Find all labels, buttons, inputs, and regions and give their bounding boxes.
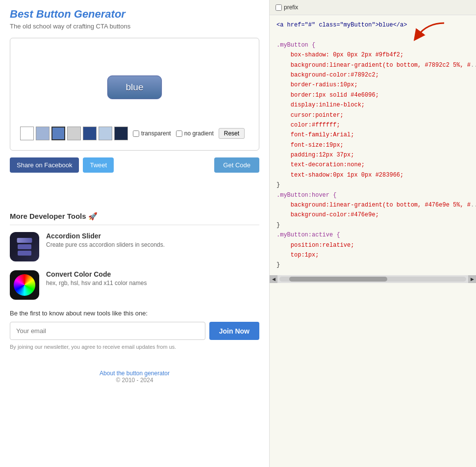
about-link[interactable]: About the button generator: [100, 370, 170, 377]
transparent-label: transparent: [141, 130, 171, 137]
code-line-prop-9: font-family:Arial;: [276, 131, 354, 138]
code-line-prop-10: font-size:19px;: [276, 142, 344, 149]
accordion-panel-2: [18, 244, 31, 249]
code-line-close-3: }: [276, 261, 280, 268]
horizontal-scrollbar: ◀ ▶: [270, 275, 476, 283]
accordion-panel-3: [18, 251, 31, 256]
join-now-button[interactable]: Join Now: [209, 322, 259, 340]
scroll-right-arrow[interactable]: ▶: [468, 275, 476, 283]
no-gradient-checkbox-label[interactable]: no gradient: [176, 130, 214, 137]
left-panel: Best Button Generator The old school way…: [0, 0, 270, 467]
footer: About the button generator © 2010 - 2024: [10, 369, 259, 384]
code-line-selector-1: .myButton {: [276, 42, 315, 49]
color-code-info: Convert Color Code hex, rgb, hsl, hsv an…: [46, 270, 147, 286]
swatch-vdarkblue[interactable]: [114, 127, 128, 140]
code-line-tag: <a href="#" class="myButton">blue</a>: [276, 22, 407, 28]
more-tools-title: More Developer Tools 🚀: [10, 212, 259, 225]
code-line-prop-6: display:inline-block;: [276, 102, 365, 108]
code-line-close-2: }: [276, 222, 280, 229]
tweet-button[interactable]: Tweet: [83, 157, 114, 173]
code-line-prop-4: border-radius:10px;: [276, 81, 358, 88]
prefix-checkbox-label[interactable]: prefix: [276, 4, 298, 11]
code-line-hover-1: background:linear-gradient(to bottom, #4…: [276, 202, 476, 208]
prefix-label: prefix: [284, 4, 298, 11]
action-row: Share on Facebook Tweet Get Code: [10, 157, 259, 173]
color-code-name: Convert Color Code: [46, 270, 147, 278]
tool-item-color: Convert Color Code hex, rgb, hsl, hsv an…: [10, 270, 259, 300]
right-panel: prefix <a href="#" class="myButton">blue…: [270, 0, 476, 467]
site-subtitle: The old school way of crafting CTA butto…: [10, 23, 259, 30]
swatch-lightgray[interactable]: [67, 127, 81, 140]
prefix-checkbox[interactable]: [276, 4, 282, 11]
scrollbar-track: [279, 277, 466, 282]
code-line-active-1: position:relative;: [276, 242, 354, 249]
preview-inner: blue: [20, 48, 249, 127]
newsletter-form: Join Now: [10, 322, 259, 340]
code-line-prop-7: cursor:pointer;: [276, 112, 344, 119]
swatch-lightblue[interactable]: [36, 127, 50, 140]
newsletter-section: Be the first to know about new tools lik…: [10, 310, 259, 350]
footer-copyright: © 2010 - 2024: [10, 377, 259, 384]
code-line-hover-2: background-color:#476e9e;: [276, 211, 379, 218]
code-line-prop-1: box-shadow: 0px 0px 2px #9fb4f2;: [276, 52, 403, 58]
transparent-checkbox[interactable]: [133, 130, 139, 137]
color-wheel-graphic: [14, 274, 35, 296]
accordion-slider-name: Accordion Slider: [46, 232, 165, 240]
tool-item-accordion: Accordion Slider Create pure css accordi…: [10, 232, 259, 261]
no-gradient-checkbox[interactable]: [176, 130, 182, 137]
color-code-desc: hex, rgb, hsl, hsv and x11 color names: [46, 280, 147, 286]
swatch-darkblue[interactable]: [83, 127, 97, 140]
accordion-panel-1: [17, 238, 32, 243]
newsletter-label: Be the first to know about new tools lik…: [10, 310, 259, 317]
color-code-icon[interactable]: [10, 270, 39, 300]
reset-button[interactable]: Reset: [219, 128, 245, 139]
get-code-button[interactable]: Get Code: [214, 157, 259, 173]
swatch-medblue[interactable]: [51, 127, 65, 140]
code-line-prop-5: border:1px solid #4e6096;: [276, 92, 379, 99]
accordion-shape: [17, 237, 32, 257]
code-line-close-1: }: [276, 182, 280, 188]
code-line-prop-2: background:linear-gradient(to bottom, #7…: [276, 62, 476, 69]
swatch-white[interactable]: [20, 127, 34, 140]
site-title: Best Button Generator: [10, 8, 259, 21]
code-line-selector-3: .myButton:active {: [276, 232, 340, 238]
demo-button[interactable]: blue: [107, 76, 162, 99]
swatch-paleblue[interactable]: [99, 127, 112, 140]
accordion-slider-icon[interactable]: [10, 232, 39, 261]
accordion-slider-info: Accordion Slider Create pure css accordi…: [46, 232, 165, 248]
swatches-row: transparent no gradient Reset: [20, 127, 249, 140]
preview-container: blue transparent no gradient Reset: [10, 38, 259, 151]
scroll-left-arrow[interactable]: ◀: [270, 275, 277, 283]
code-line-prop-13: text-shadow:0px 1px 0px #283966;: [276, 172, 403, 179]
code-line-selector-2: .myButton:hover {: [276, 192, 336, 199]
code-line-prop-12: text-decoration:none;: [276, 161, 365, 168]
no-gradient-label: no gradient: [184, 130, 214, 137]
code-header: prefix: [270, 0, 476, 15]
transparent-checkbox-label[interactable]: transparent: [133, 130, 171, 137]
accordion-slider-desc: Create pure css accordion sliders in sec…: [46, 241, 165, 248]
code-line-prop-3: background-color:#7892c2;: [276, 72, 379, 78]
code-line-prop-8: color:#ffffff;: [276, 122, 340, 129]
newsletter-disclaimer: By joining our newsletter, you agree to …: [10, 344, 259, 350]
share-facebook-button[interactable]: Share on Facebook: [10, 157, 79, 173]
code-body: <a href="#" class="myButton">blue</a> .m…: [270, 15, 476, 275]
email-input[interactable]: [10, 322, 205, 340]
scrollbar-thumb[interactable]: [289, 277, 387, 282]
code-line-active-2: top:1px;: [276, 252, 319, 259]
code-line-prop-11: padding:12px 37px;: [276, 152, 354, 158]
